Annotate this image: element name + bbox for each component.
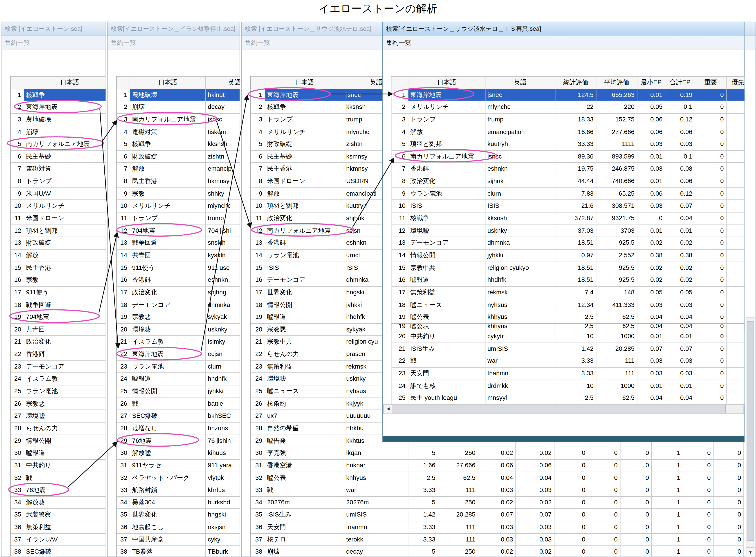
table-row[interactable]: 12項羽と劉邦 xyxy=(10,225,106,237)
table-row[interactable]: 3420276m20276m52500.020.02000100 xyxy=(251,497,744,509)
table-row[interactable]: 5南カリフォルニア地震 xyxy=(10,138,106,151)
column-header[interactable] xyxy=(251,77,265,89)
table-row[interactable]: 2崩壊decay xyxy=(117,101,240,114)
table-row[interactable]: 25ウラン電池 xyxy=(10,385,106,398)
column-header[interactable]: 日本語 xyxy=(408,77,486,89)
table-row[interactable]: 22戦war3.331110.030.030 xyxy=(391,355,745,368)
table-row[interactable]: 17911使う xyxy=(10,287,106,299)
table-row[interactable]: 31911ヤラセ911 yara xyxy=(117,460,240,472)
table-row[interactable]: 31香港空港hnknar1.6627.6660.060.06000100 xyxy=(251,460,744,472)
table-row[interactable]: 33航路封鎖khrfus xyxy=(117,485,240,497)
table-row[interactable]: 6民主基礎 xyxy=(10,151,106,163)
table-row[interactable]: 11トランプtrump xyxy=(117,212,240,225)
table-row[interactable]: 35武装警察 xyxy=(10,509,106,522)
table-row[interactable]: 7香港餌eshnkn19.75246.8750.030.080 xyxy=(391,163,745,175)
table-row[interactable]: 35世界変化hngski xyxy=(117,509,240,522)
table-row[interactable]: 21政治変化 xyxy=(10,336,106,348)
aggregation-menu[interactable]: 集約一覧 xyxy=(108,36,239,50)
table-row[interactable]: 3南カリフォルニア地震jsnsc xyxy=(117,114,240,126)
table-row[interactable]: 26宗教悪 xyxy=(10,398,106,410)
window-titlebar[interactable]: 検索 [イエローストーン.sea] xyxy=(1,22,106,36)
window-titlebar[interactable]: 検索[イエローストーン＿イラン爆撃停止.sea] xyxy=(108,22,239,36)
table-row[interactable]: 19嘘公表khhyus2.562.50.040.040 xyxy=(391,323,745,330)
table-row[interactable]: 29情報公開 xyxy=(10,435,106,447)
table-row[interactable]: 37核テロterokk3.331110.030.03000100 xyxy=(251,534,744,546)
table-row[interactable]: 4電磁対策tiskem xyxy=(117,126,240,138)
column-header[interactable]: 日本語 xyxy=(24,77,106,89)
table-row[interactable]: 11核戦争kksnsh372.879321.7500.040 xyxy=(391,212,745,225)
table-row[interactable]: 14情報公開jyhkki0.972.5520.380.380 xyxy=(391,250,745,262)
table-row[interactable]: 15911使う911 use xyxy=(117,262,240,274)
table-row[interactable]: 19704地震 xyxy=(10,312,106,324)
table-row[interactable]: 12704地震704 jishi xyxy=(117,225,240,237)
table-row[interactable]: 4崩壊 xyxy=(10,126,106,138)
table-row[interactable]: 28らせんの力 xyxy=(10,422,106,435)
table-row[interactable]: 8政治変化sijhnk44.44740.6660.010.060 xyxy=(391,175,745,188)
table-row[interactable]: 21ISIS生みumISIS1.4220.2850.070.070 xyxy=(391,343,745,355)
window-titlebar[interactable]: 検索[イエローストーン＿サウジ淡水テロ＿ＩＳ再興.sea] xyxy=(383,22,745,36)
table-row[interactable]: 2東海岸地震 xyxy=(10,101,106,114)
table-row[interactable]: 2976地震76 jishin xyxy=(117,435,240,447)
column-header[interactable]: 日本語 xyxy=(265,77,344,89)
table-row[interactable]: 31中共釣り xyxy=(10,460,106,472)
table-row[interactable]: 20共青団 xyxy=(10,324,106,336)
column-header[interactable]: 日本語 xyxy=(130,77,206,89)
table-row[interactable]: 37イランUAV xyxy=(10,534,106,546)
table-row[interactable]: 37中国共産党cyky xyxy=(117,534,240,546)
table-row[interactable]: 3トランプtrump18.33152.750.060.120 xyxy=(391,114,745,126)
table-row[interactable]: 9宗教shhky xyxy=(117,188,240,200)
column-header[interactable]: 優先1 xyxy=(727,77,745,89)
table-row[interactable]: 30嘘報道 xyxy=(10,447,106,460)
horizontal-scrollbar-thumb[interactable] xyxy=(393,405,726,413)
table-row[interactable]: 10ISISISIS21.6308.5710.030.070 xyxy=(391,200,745,212)
column-header[interactable]: 重要 xyxy=(695,77,727,89)
table-row[interactable]: 23天安門tnanmn3.331110.030.030 xyxy=(391,368,745,380)
table-row[interactable]: 16香港餌eshnkn xyxy=(117,274,240,287)
table-row[interactable]: 10メリルリンチ xyxy=(10,200,106,212)
table-row[interactable]: 27環境嘘 xyxy=(10,410,106,422)
column-header[interactable]: 平均評価 xyxy=(597,77,637,89)
table-row[interactable]: 16宗教 xyxy=(10,274,106,287)
table-row[interactable]: 13デーモンコアdhmnka18.51925.50.020.020 xyxy=(391,237,745,250)
column-header[interactable]: 英語 xyxy=(486,77,556,89)
table-row[interactable]: 23ウラン電池clurn xyxy=(117,361,240,373)
table-row[interactable]: 11米国ドローン xyxy=(10,212,106,225)
table-row[interactable]: 19嘘公表khhyus2.562.50.040.040 xyxy=(391,312,745,324)
table-row[interactable]: 26戦battle xyxy=(117,398,240,410)
table-row[interactable]: 27SEC爆破bkhSEC xyxy=(117,410,240,422)
table-row[interactable]: 33戦war3.331110.030.03000100 xyxy=(251,485,744,497)
table-row[interactable]: 17政治変化shjhng xyxy=(117,287,240,299)
table-row[interactable]: 22香港餌 xyxy=(10,348,106,361)
table-row[interactable]: 17無策利益rekmsk7.41480.050.050 xyxy=(391,287,745,299)
table-row[interactable]: 34解放嘘 xyxy=(10,497,106,509)
table-row[interactable]: 20中共釣りcykytr1010000.010.010 xyxy=(391,330,745,343)
table-row[interactable]: 32ベラヤット・パークvlytpk xyxy=(117,472,240,485)
table-row[interactable]: 6南カリフォルニア地震jsnsc89.36893.5990.010.10 xyxy=(391,151,745,163)
table-row[interactable]: 14解放 xyxy=(10,250,106,262)
table-row[interactable]: 18戦争回避 xyxy=(10,299,106,312)
table-row[interactable]: 19宗教悪sykyak xyxy=(117,312,240,324)
table-row[interactable]: 15宗教中共religion cyukyo18.51925.50.020.020 xyxy=(391,262,745,274)
table-row[interactable]: 36天安門tnanmn3.331110.030.03000100 xyxy=(251,522,744,534)
scroll-left-button[interactable]: ◀ xyxy=(384,405,393,413)
scroll-down-button[interactable]: ▼ xyxy=(746,547,754,557)
table-row[interactable]: 7電磁対策 xyxy=(10,163,106,175)
table-row[interactable]: 15民主香港 xyxy=(10,262,106,274)
table-row[interactable]: 5核戦争kksnsh xyxy=(117,138,240,151)
table-row[interactable]: 38TB暴落TBburk xyxy=(117,546,240,557)
table-row[interactable]: 32嘘公表khhyus2.562.50.040.04000100 xyxy=(251,472,744,485)
column-header[interactable]: 合計EP xyxy=(665,77,695,89)
table-row[interactable]: 25情報公開jyhkki xyxy=(117,385,240,398)
table-row[interactable]: 10メリルリンチmlynchc xyxy=(117,200,240,212)
table-row[interactable]: 12環境嘘usknky37.0337030.010.010 xyxy=(391,225,745,237)
table-row[interactable]: 8民主香港hkmnsy xyxy=(117,175,240,188)
table-row[interactable]: 24イスラム教 xyxy=(10,373,106,385)
column-header[interactable]: 最小EP xyxy=(637,77,665,89)
table-row[interactable]: 2メリルリンチmlynchc222200.050.10 xyxy=(391,101,745,114)
column-header[interactable]: 統計評価 xyxy=(555,77,596,89)
table-row[interactable]: 20環境嘘usknky xyxy=(117,324,240,336)
table-row[interactable]: 6財政破綻zishtn xyxy=(117,151,240,163)
table-row[interactable]: 18嘘ニュースnyhsus12.34411.3330.030.030 xyxy=(391,299,745,312)
table-row[interactable]: 36無策利益 xyxy=(10,522,106,534)
table-row[interactable]: 8トランプ xyxy=(10,175,106,188)
